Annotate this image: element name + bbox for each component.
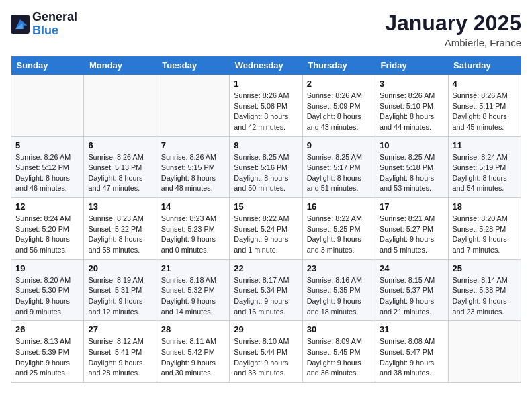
day-info: Sunrise: 8:25 AM Sunset: 5:16 PM Dayligh…: [234, 152, 298, 195]
calendar-cell: 10Sunrise: 8:25 AM Sunset: 5:18 PM Dayli…: [375, 136, 448, 198]
calendar-cell: 31Sunrise: 8:08 AM Sunset: 5:47 PM Dayli…: [375, 321, 448, 383]
calendar-table: SundayMondayTuesdayWednesdayThursdayFrid…: [11, 56, 521, 383]
day-number: 11: [453, 140, 517, 150]
day-number: 9: [307, 140, 371, 150]
day-info: Sunrise: 8:20 AM Sunset: 5:28 PM Dayligh…: [453, 214, 517, 256]
calendar-cell: 18Sunrise: 8:20 AM Sunset: 5:28 PM Dayli…: [448, 198, 521, 260]
day-number: 24: [380, 263, 443, 273]
day-info: Sunrise: 8:08 AM Sunset: 5:47 PM Dayligh…: [380, 336, 443, 379]
day-info: Sunrise: 8:26 AM Sunset: 5:13 PM Dayligh…: [88, 152, 152, 195]
day-number: 1: [234, 79, 298, 89]
day-info: Sunrise: 8:15 AM Sunset: 5:37 PM Dayligh…: [380, 275, 443, 318]
day-info: Sunrise: 8:14 AM Sunset: 5:38 PM Dayligh…: [453, 275, 517, 318]
day-info: Sunrise: 8:23 AM Sunset: 5:22 PM Dayligh…: [88, 214, 152, 256]
calendar-cell: 1Sunrise: 8:26 AM Sunset: 5:08 PM Daylig…: [230, 75, 302, 137]
calendar-cell: [84, 75, 157, 137]
calendar-cell: 7Sunrise: 8:26 AM Sunset: 5:15 PM Daylig…: [157, 136, 229, 198]
logo-icon: [11, 15, 30, 34]
day-info: Sunrise: 8:18 AM Sunset: 5:32 PM Dayligh…: [161, 275, 225, 318]
calendar-cell: [157, 75, 229, 137]
day-number: 26: [15, 324, 79, 334]
day-number: 28: [161, 324, 225, 334]
page-header: General Blue January 2025 Ambierle, Fran…: [11, 11, 521, 48]
day-info: Sunrise: 8:20 AM Sunset: 5:30 PM Dayligh…: [15, 275, 79, 318]
calendar-cell: 25Sunrise: 8:14 AM Sunset: 5:38 PM Dayli…: [448, 259, 521, 321]
weekday-header-row: SundayMondayTuesdayWednesdayThursdayFrid…: [11, 56, 521, 75]
day-number: 10: [380, 140, 443, 150]
calendar-cell: 11Sunrise: 8:24 AM Sunset: 5:19 PM Dayli…: [448, 136, 521, 198]
weekday-header-monday: Monday: [84, 56, 157, 75]
day-info: Sunrise: 8:26 AM Sunset: 5:12 PM Dayligh…: [15, 152, 79, 195]
day-number: 23: [307, 263, 371, 273]
calendar-cell: 30Sunrise: 8:09 AM Sunset: 5:45 PM Dayli…: [302, 321, 375, 383]
calendar-week-2: 5Sunrise: 8:26 AM Sunset: 5:12 PM Daylig…: [11, 136, 521, 198]
day-info: Sunrise: 8:09 AM Sunset: 5:45 PM Dayligh…: [307, 336, 371, 379]
logo-general: General: [32, 11, 77, 24]
day-info: Sunrise: 8:24 AM Sunset: 5:20 PM Dayligh…: [15, 214, 79, 256]
day-number: 25: [453, 263, 517, 273]
day-info: Sunrise: 8:10 AM Sunset: 5:44 PM Dayligh…: [234, 336, 298, 379]
day-number: 2: [307, 79, 371, 89]
day-info: Sunrise: 8:21 AM Sunset: 5:27 PM Dayligh…: [380, 214, 443, 256]
location-subtitle: Ambierle, France: [385, 37, 521, 48]
logo: General Blue: [11, 11, 77, 38]
weekday-header-wednesday: Wednesday: [230, 56, 302, 75]
logo-blue: Blue: [32, 24, 77, 38]
calendar-cell: 6Sunrise: 8:26 AM Sunset: 5:13 PM Daylig…: [84, 136, 157, 198]
day-info: Sunrise: 8:11 AM Sunset: 5:42 PM Dayligh…: [161, 336, 225, 379]
day-info: Sunrise: 8:25 AM Sunset: 5:18 PM Dayligh…: [380, 152, 443, 195]
day-info: Sunrise: 8:12 AM Sunset: 5:41 PM Dayligh…: [88, 336, 152, 379]
day-number: 18: [453, 201, 517, 212]
calendar-cell: 22Sunrise: 8:17 AM Sunset: 5:34 PM Dayli…: [230, 259, 302, 321]
calendar-cell: 12Sunrise: 8:24 AM Sunset: 5:20 PM Dayli…: [11, 198, 84, 260]
calendar-week-3: 12Sunrise: 8:24 AM Sunset: 5:20 PM Dayli…: [11, 198, 521, 260]
title-block: January 2025 Ambierle, France: [385, 11, 521, 48]
calendar-cell: 26Sunrise: 8:13 AM Sunset: 5:39 PM Dayli…: [11, 321, 84, 383]
day-number: 20: [88, 263, 152, 273]
day-number: 30: [307, 324, 371, 334]
calendar-cell: 15Sunrise: 8:22 AM Sunset: 5:24 PM Dayli…: [230, 198, 302, 260]
day-info: Sunrise: 8:19 AM Sunset: 5:31 PM Dayligh…: [88, 275, 152, 318]
day-number: 13: [88, 201, 152, 212]
day-info: Sunrise: 8:23 AM Sunset: 5:23 PM Dayligh…: [161, 214, 225, 256]
month-title: January 2025: [385, 11, 521, 36]
day-number: 22: [234, 263, 298, 273]
weekday-header-friday: Friday: [375, 56, 448, 75]
calendar-cell: 23Sunrise: 8:16 AM Sunset: 5:35 PM Dayli…: [302, 259, 375, 321]
calendar-week-1: 1Sunrise: 8:26 AM Sunset: 5:08 PM Daylig…: [11, 75, 521, 137]
calendar-cell: 17Sunrise: 8:21 AM Sunset: 5:27 PM Dayli…: [375, 198, 448, 260]
calendar-cell: 14Sunrise: 8:23 AM Sunset: 5:23 PM Dayli…: [157, 198, 229, 260]
calendar-cell: 4Sunrise: 8:26 AM Sunset: 5:11 PM Daylig…: [448, 75, 521, 137]
day-number: 19: [15, 263, 79, 273]
day-number: 3: [380, 79, 443, 89]
calendar-cell: [11, 75, 84, 137]
day-number: 14: [161, 201, 225, 212]
day-number: 31: [380, 324, 443, 334]
weekday-header-tuesday: Tuesday: [157, 56, 229, 75]
day-info: Sunrise: 8:13 AM Sunset: 5:39 PM Dayligh…: [15, 336, 79, 379]
calendar-cell: 29Sunrise: 8:10 AM Sunset: 5:44 PM Dayli…: [230, 321, 302, 383]
calendar-week-5: 26Sunrise: 8:13 AM Sunset: 5:39 PM Dayli…: [11, 321, 521, 383]
calendar-cell: 20Sunrise: 8:19 AM Sunset: 5:31 PM Dayli…: [84, 259, 157, 321]
day-number: 7: [161, 140, 225, 150]
day-number: 16: [307, 201, 371, 212]
day-number: 15: [234, 201, 298, 212]
day-info: Sunrise: 8:26 AM Sunset: 5:11 PM Dayligh…: [453, 91, 517, 133]
calendar-cell: 24Sunrise: 8:15 AM Sunset: 5:37 PM Dayli…: [375, 259, 448, 321]
day-info: Sunrise: 8:26 AM Sunset: 5:08 PM Dayligh…: [234, 91, 298, 133]
day-info: Sunrise: 8:16 AM Sunset: 5:35 PM Dayligh…: [307, 275, 371, 318]
calendar-week-4: 19Sunrise: 8:20 AM Sunset: 5:30 PM Dayli…: [11, 259, 521, 321]
day-number: 21: [161, 263, 225, 273]
calendar-cell: 21Sunrise: 8:18 AM Sunset: 5:32 PM Dayli…: [157, 259, 229, 321]
day-number: 8: [234, 140, 298, 150]
calendar-cell: 3Sunrise: 8:26 AM Sunset: 5:10 PM Daylig…: [375, 75, 448, 137]
day-number: 5: [15, 140, 79, 150]
day-info: Sunrise: 8:24 AM Sunset: 5:19 PM Dayligh…: [453, 152, 517, 195]
weekday-header-sunday: Sunday: [11, 56, 84, 75]
day-number: 6: [88, 140, 152, 150]
calendar-cell: 2Sunrise: 8:26 AM Sunset: 5:09 PM Daylig…: [302, 75, 375, 137]
day-info: Sunrise: 8:26 AM Sunset: 5:09 PM Dayligh…: [307, 91, 371, 133]
calendar-cell: 27Sunrise: 8:12 AM Sunset: 5:41 PM Dayli…: [84, 321, 157, 383]
day-number: 27: [88, 324, 152, 334]
day-info: Sunrise: 8:22 AM Sunset: 5:25 PM Dayligh…: [307, 214, 371, 256]
